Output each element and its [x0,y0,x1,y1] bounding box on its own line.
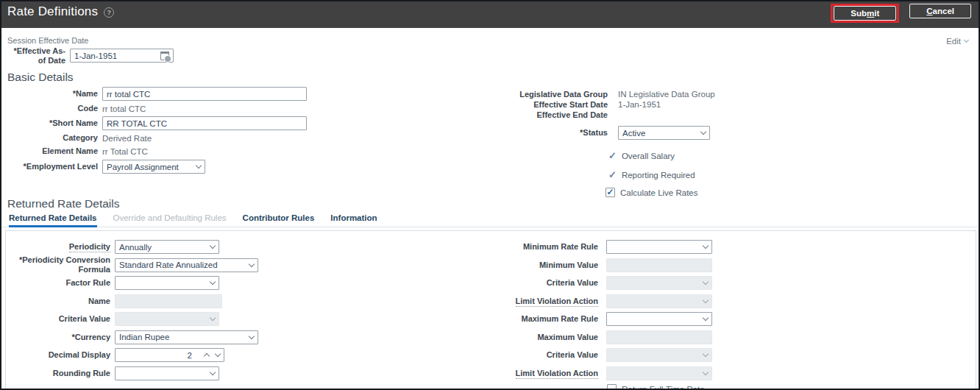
factor-name-input-disabled [115,294,222,308]
minimum-value-row: Minimum Value [444,258,712,272]
effective-start-date-value: 1-Jan-1951 [618,100,661,109]
chevron-down-icon [210,279,216,285]
category-value: Derived Rate [102,134,152,143]
cancel-label-post: ancel [933,7,954,15]
return-full-time-rate-row: Return Full-Time Rate [607,384,712,390]
chevron-down-icon [703,369,709,375]
factor-rule-row: Factor Rule [6,276,258,290]
maximum-value-label: Maximum Value [444,333,603,342]
employment-level-row: *Employment Level Payroll Assignment [7,160,307,174]
effective-as-of-date-input[interactable]: 1-Jan-1951 [70,49,174,63]
element-name-row: Element Name rr Total CTC [7,146,307,157]
periodicity-select[interactable]: Annually [115,240,219,254]
edit-menu-button[interactable]: Edit [946,37,968,46]
maximum-rate-rule-label: Maximum Rate Rule [444,314,603,324]
factor-rule-select[interactable] [115,276,219,290]
code-value: rr total CTC [102,104,146,113]
header-actions: Submit Cancel [831,4,971,23]
panel-right-column: Minimum Rate Rule Minimum Value Criteria… [444,240,712,390]
tab-information[interactable]: Information [330,213,377,227]
chevron-down-icon [703,297,709,302]
chevron-down-icon [196,163,202,169]
minimum-rate-rule-row: Minimum Rate Rule [444,240,712,254]
status-select[interactable]: Active [618,126,710,140]
limit-violation-action-label-text: Limit Violation Action [516,369,598,379]
minimum-rate-rule-label: Minimum Rate Rule [444,242,603,252]
effective-end-date-label: Effective End Date [416,110,612,120]
rate-definitions-page: Rate Definitions ? Submit Cancel Session… [0,0,980,390]
legislative-data-group-label: Legislative Data Group [416,90,612,99]
max-limit-violation-action-row: Limit Violation Action [444,366,712,380]
periodicity-conversion-formula-select[interactable]: Standard Rate Annualized [115,258,258,272]
check-icon: ✓ [608,150,617,161]
reporting-required-check-row: ✓ Reporting Required [608,169,715,180]
effective-end-date-row: Effective End Date [416,110,715,120]
submit-button[interactable]: Submit [834,6,896,21]
submit-label-pre: Sub [851,9,867,18]
factor-rule-label: Factor Rule [6,278,115,288]
factor-name-label: Name [6,297,115,306]
returned-rate-details-heading: Returned Rate Details [7,197,120,210]
chevron-down-icon [703,243,709,249]
min-limit-violation-action-select-disabled [606,294,712,308]
name-row: *Name rr total CTC [7,87,307,101]
return-full-time-rate-label: Return Full-Time Rate [622,385,705,390]
currency-value: Indian Rupee [119,333,169,341]
effective-start-date-row: Effective Start Date 1-Jan-1951 [416,99,715,110]
overall-salary-label: Overall Salary [622,152,675,160]
submit-label-post: it [874,9,879,18]
factor-name-row: Name [6,294,258,308]
limit-violation-action-label-text: Limit Violation Action [516,297,598,307]
employment-level-select[interactable]: Payroll Assignment [102,160,205,174]
element-name-value: rr Total CTC [102,147,148,156]
annotation-highlight-box: Submit [831,4,899,23]
criteria-value-select-disabled [115,312,219,326]
status-label: *Status [416,128,612,138]
name-input[interactable]: rr total CTC [102,87,307,101]
chevron-up-icon[interactable] [204,353,210,359]
name-label: *Name [7,89,102,99]
decimal-display-value: 2 [119,351,198,360]
tab-returned-rate-details[interactable]: Returned Rate Details [9,213,97,227]
criteria-value-row-left: Criteria Value [6,312,258,326]
currency-select[interactable]: Indian Rupee [115,330,258,344]
limit-violation-action-label: Limit Violation Action [444,369,603,378]
periodicity-label-text: Periodicity [69,242,110,252]
panel-left-column: Periodicity Annually *Periodicity Conver… [6,240,258,384]
maximum-rate-rule-row: Maximum Rate Rule [444,312,712,326]
return-full-time-rate-checkbox[interactable] [607,384,617,390]
cancel-button[interactable]: Cancel [909,4,971,18]
cancel-label-mnemonic: C [926,7,932,15]
legislative-data-group-row: Legislative Data Group IN Legislative Da… [416,89,715,99]
effective-as-of-date-value: 1-Jan-1951 [74,52,117,60]
limit-violation-action-label: Limit Violation Action [444,297,603,306]
reporting-required-label: Reporting Required [622,171,695,180]
basic-details-right-column: Legislative Data Group IN Legislative Da… [416,89,715,197]
max-criteria-value-row: Criteria Value [444,348,712,362]
chevron-down-icon[interactable] [215,351,221,357]
minimum-value-label: Minimum Value [444,260,603,270]
rounding-rule-select[interactable] [115,366,219,380]
max-limit-violation-action-select-disabled [606,366,712,380]
code-label: Code [7,104,102,113]
decimal-display-stepper[interactable]: 2 [115,348,224,362]
category-row: Category Derived Rate [7,132,307,143]
category-label: Category [7,133,102,143]
date-picker-icon[interactable] [160,52,169,60]
help-icon[interactable]: ? [104,7,114,18]
chevron-down-icon [249,260,255,266]
calculate-live-rates-checkbox[interactable]: ✓ [606,188,615,197]
name-value: rr total CTC [107,90,150,99]
status-value: Active [622,129,645,138]
chevron-down-icon [210,315,216,321]
tab-contributor-rules[interactable]: Contributor Rules [243,213,315,227]
max-criteria-value-select-disabled [606,348,712,362]
decimal-display-label: Decimal Display [6,350,115,360]
min-limit-violation-action-row: Limit Violation Action [444,294,712,308]
minimum-rate-rule-select[interactable] [606,240,712,254]
maximum-rate-rule-select[interactable] [606,312,712,326]
decimal-display-row: Decimal Display 2 [6,348,258,362]
short-name-input[interactable]: RR TOTAL CTC [102,116,307,130]
basic-details-heading: Basic Details [7,71,74,84]
minimum-value-input-disabled [606,258,712,272]
